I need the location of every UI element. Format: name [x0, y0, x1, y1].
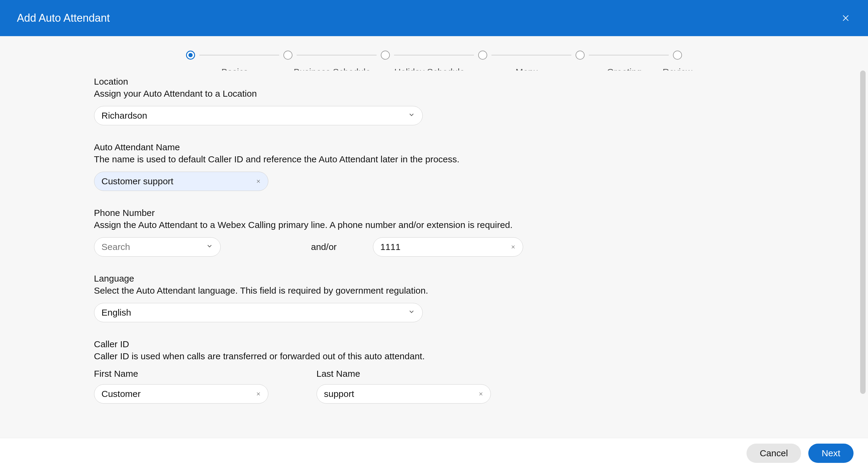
phone-desc: Assign the Auto Attendant to a Webex Cal…: [94, 220, 774, 230]
caller-id-label: Caller ID: [94, 339, 774, 349]
location-label: Location: [94, 76, 774, 87]
stepper-inner: Basics Business Schedule Holiday Schedul…: [186, 51, 682, 60]
step-line: [297, 55, 377, 56]
phone-row: Search and/or: [94, 237, 774, 257]
step-menu: Menu: [478, 51, 576, 60]
phone-label: Phone Number: [94, 208, 774, 218]
step-circle-greeting: [576, 51, 585, 60]
location-group: Location Assign your Auto Attendant to a…: [94, 76, 774, 125]
location-value: Richardson: [102, 110, 148, 121]
x-icon: [511, 245, 515, 249]
name-clear-button[interactable]: [254, 177, 262, 186]
close-button[interactable]: [840, 13, 851, 24]
chevron-down-icon: [408, 111, 415, 120]
chevron-down-icon: [206, 242, 213, 252]
step-line: [199, 55, 279, 56]
phone-group: Phone Number Assign the Auto Attendant t…: [94, 208, 774, 257]
and-or-text: and/or: [311, 242, 337, 252]
caller-id-group: Caller ID Caller ID is used when calls a…: [94, 339, 774, 404]
step-greeting: Greeting: [576, 51, 673, 60]
name-label: Auto Attendant Name: [94, 142, 774, 153]
x-icon: [256, 392, 260, 396]
name-group: Auto Attendant Name The name is used to …: [94, 142, 774, 191]
next-button[interactable]: Next: [808, 444, 854, 463]
step-circle-menu: [478, 51, 487, 60]
first-name-label: First Name: [94, 369, 268, 379]
extension-input-wrap: [373, 237, 523, 257]
first-name-input[interactable]: [102, 389, 237, 399]
first-name-col: First Name: [94, 369, 268, 404]
language-label: Language: [94, 273, 774, 284]
first-name-clear-button[interactable]: [254, 390, 262, 398]
step-line: [394, 55, 474, 56]
last-name-input[interactable]: [324, 389, 460, 399]
phone-search-select[interactable]: Search: [94, 237, 221, 257]
phone-search-placeholder: Search: [102, 242, 130, 252]
language-value: English: [102, 307, 131, 318]
last-name-clear-button[interactable]: [477, 390, 485, 398]
location-desc: Assign your Auto Attendant to a Location: [94, 89, 774, 99]
cancel-button[interactable]: Cancel: [746, 444, 801, 463]
location-select[interactable]: Richardson: [94, 106, 423, 125]
scrollbar[interactable]: [860, 70, 866, 438]
name-input[interactable]: [102, 176, 237, 187]
form-content: Location Assign your Auto Attendant to a…: [94, 70, 774, 438]
extension-input[interactable]: [380, 242, 495, 252]
x-icon: [256, 179, 260, 183]
footer: Cancel Next: [0, 438, 868, 468]
extension-clear-button[interactable]: [509, 243, 517, 251]
step-holiday-schedule: Holiday Schedule: [381, 51, 478, 60]
step-line: [589, 55, 669, 56]
step-circle-basics: [186, 51, 195, 60]
last-name-col: Last Name: [316, 369, 491, 404]
step-circle-business-schedule: [283, 51, 292, 60]
last-name-input-wrap: [316, 384, 491, 404]
x-icon: [479, 392, 483, 396]
step-circle-review: [673, 51, 682, 60]
scrollbar-thumb[interactable]: [860, 70, 866, 394]
language-desc: Select the Auto Attendant language. This…: [94, 286, 774, 296]
language-group: Language Select the Auto Attendant langu…: [94, 273, 774, 322]
name-input-wrap: [94, 172, 268, 191]
step-review: Review: [673, 51, 682, 60]
language-select[interactable]: English: [94, 303, 423, 322]
first-name-input-wrap: [94, 384, 268, 404]
name-desc: The name is used to default Caller ID an…: [94, 154, 774, 164]
step-basics: Basics: [186, 51, 283, 60]
caller-id-desc: Caller ID is used when calls are transfe…: [94, 351, 774, 361]
close-icon: [842, 14, 849, 22]
last-name-label: Last Name: [316, 369, 491, 379]
step-business-schedule: Business Schedule: [283, 51, 381, 60]
modal-title: Add Auto Attendant: [17, 12, 110, 24]
content-wrapper: Location Assign your Auto Attendant to a…: [0, 70, 868, 438]
step-line: [491, 55, 571, 56]
caller-id-row: First Name Last Name: [94, 369, 774, 404]
add-auto-attendant-modal: Add Auto Attendant Basics Bus: [0, 0, 868, 468]
step-circle-holiday-schedule: [381, 51, 390, 60]
stepper: Basics Business Schedule Holiday Schedul…: [0, 36, 868, 70]
modal-header: Add Auto Attendant: [0, 0, 868, 36]
chevron-down-icon: [408, 308, 415, 317]
